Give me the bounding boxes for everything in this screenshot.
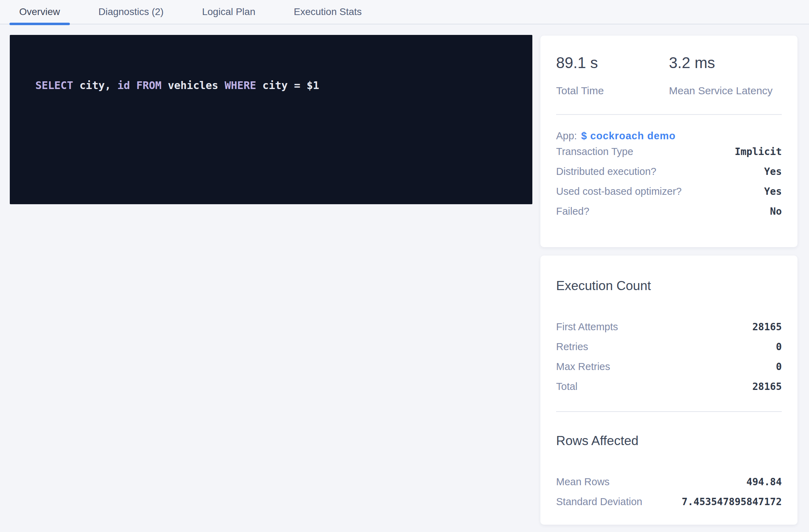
execution-count-row: Max Retries 0 (556, 357, 782, 377)
row-value: 28165 (752, 381, 782, 392)
phase-stats: 89.1 s Total Time 3.2 ms Mean Service La… (556, 36, 782, 97)
row-label: Max Retries (556, 361, 610, 372)
app-link[interactable]: $ cockroach demo (581, 130, 676, 142)
row-value: No (770, 206, 782, 217)
summary-divider (556, 114, 782, 115)
sql-statement-box: SELECT city, id FROM vehicles WHERE city… (10, 35, 532, 204)
tab-label: Diagnostics (2) (99, 6, 164, 17)
stat: 3.2 ms Mean Service Latency (669, 53, 782, 97)
tab[interactable]: Overview (9, 0, 70, 24)
sql-token: city, (73, 79, 117, 91)
app-row: App: $ cockroach demo (556, 130, 782, 142)
tab-label: Execution Stats (294, 6, 362, 17)
summary-row: Transaction Type Implicit (556, 142, 782, 162)
sql-token: FROM (136, 79, 161, 91)
row-label: Standard Deviation (556, 496, 642, 508)
row-value: 7.453547895847172 (682, 496, 782, 508)
execution-count-row: Total 28165 (556, 377, 782, 397)
stat-value: 89.1 s (556, 53, 669, 72)
stat-value: 3.2 ms (669, 53, 782, 72)
statement-tabs: Overview Diagnostics (2) Logical Plan Ex… (0, 0, 809, 24)
tab-label: Overview (19, 6, 60, 17)
row-label: First Attempts (556, 321, 618, 333)
sql-token: city = $1 (256, 79, 319, 91)
tab[interactable]: Execution Stats (284, 0, 372, 24)
row-value: 0 (776, 361, 782, 372)
row-label: Mean Rows (556, 476, 610, 488)
execution-count-rows: First Attempts 28165 Retries 0 Max Retri… (556, 317, 782, 397)
row-label: Distributed execution? (556, 166, 656, 177)
app-label: App: (556, 130, 577, 142)
execution-count-row: Retries 0 (556, 337, 782, 357)
row-value: 0 (776, 341, 782, 353)
summary-row: Distributed execution? Yes (556, 162, 782, 182)
rows-affected-row: Mean Rows 494.84 (556, 472, 782, 492)
row-label: Failed? (556, 206, 589, 217)
stat-label: Total Time (556, 85, 669, 97)
rows-affected-row: Standard Deviation 7.453547895847172 (556, 492, 782, 512)
sql-token: vehicles (161, 79, 225, 91)
statement-summary-card: 89.1 s Total Time 3.2 ms Mean Service La… (540, 36, 797, 247)
summary-row: Failed? No (556, 201, 782, 221)
row-label: Used cost-based optimizer? (556, 186, 682, 197)
row-label: Transaction Type (556, 146, 633, 157)
stat-label: Mean Service Latency (669, 85, 782, 97)
tab[interactable]: Logical Plan (192, 0, 265, 24)
row-label: Total (556, 381, 577, 392)
summary-row: Used cost-based optimizer? Yes (556, 182, 782, 201)
sql-token (130, 79, 136, 91)
summary-rows: Transaction Type Implicit Distributed ex… (556, 142, 782, 221)
row-value: Implicit (735, 146, 782, 157)
row-label: Retries (556, 341, 588, 353)
execution-count-row: First Attempts 28165 (556, 317, 782, 337)
stat: 89.1 s Total Time (556, 53, 669, 97)
tab[interactable]: Diagnostics (2) (89, 0, 174, 24)
sql-statement-text: SELECT city, id FROM vehicles WHERE city… (23, 65, 319, 92)
sql-token: id (117, 79, 130, 91)
row-value: 494.84 (746, 476, 782, 488)
statement-details-card: Execution Count First Attempts 28165 Ret… (540, 256, 797, 525)
sql-token: WHERE (225, 79, 256, 91)
tab-label: Logical Plan (202, 6, 255, 17)
execution-count-title: Execution Count (556, 256, 782, 293)
row-value: Yes (764, 166, 782, 177)
row-value: Yes (764, 186, 782, 197)
rows-affected-rows: Mean Rows 494.84 Standard Deviation 7.45… (556, 472, 782, 512)
rows-affected-title: Rows Affected (556, 412, 782, 448)
row-value: 28165 (752, 321, 782, 333)
sql-token: SELECT (35, 79, 73, 91)
